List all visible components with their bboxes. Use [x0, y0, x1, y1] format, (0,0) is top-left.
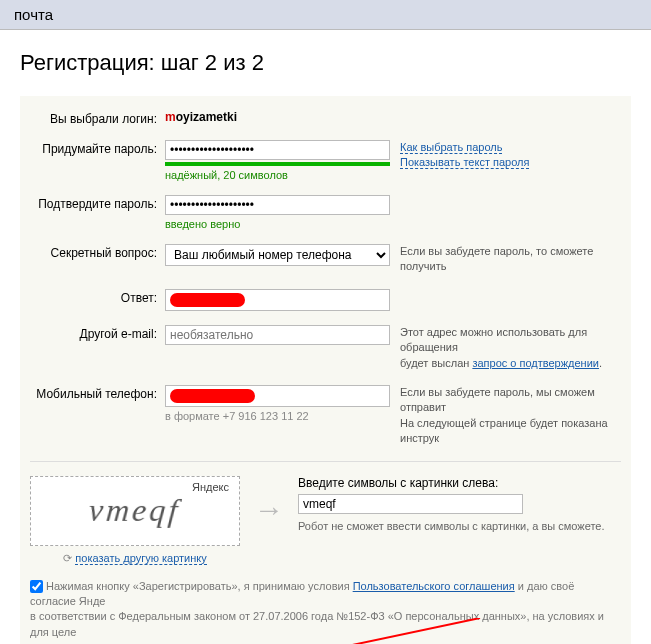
captcha-image: Яндекс vmeqf	[30, 476, 240, 546]
phone-hint: Если вы забудете пароль, мы сможем отпра…	[390, 385, 621, 447]
password-help-link[interactable]: Как выбрать пароль	[400, 141, 502, 154]
confirm-label: Подтвердите пароль:	[30, 195, 165, 211]
password-show-link[interactable]: Показывать текст пароля	[400, 156, 529, 169]
captcha-note: Робот не сможет ввести символы с картинк…	[298, 520, 621, 532]
confirmation-request-link[interactable]: запрос о подтверждении	[472, 357, 599, 369]
password-input[interactable]	[165, 140, 390, 160]
login-value: moyizametki	[165, 110, 390, 124]
email-input[interactable]	[165, 325, 390, 345]
confirm-status: введено верно	[165, 218, 390, 230]
agreement-checkbox[interactable]	[30, 580, 43, 593]
answer-redacted	[170, 293, 245, 307]
password-strength-bar	[165, 162, 390, 166]
captcha-refresh-link[interactable]: показать другую картинку	[75, 552, 206, 565]
tab-mail[interactable]: почта	[0, 0, 67, 29]
password-strength-text: надёжный, 20 символов	[165, 169, 390, 181]
arrow-icon: →	[254, 493, 284, 527]
email-label: Другой e-mail:	[30, 325, 165, 341]
password-label: Придумайте пароль:	[30, 140, 165, 156]
confirm-input[interactable]	[165, 195, 390, 215]
question-hint: Если вы забудете пароль, то сможете полу…	[390, 244, 621, 275]
agreement-text: Нажимая кнопку «Зарегистрировать», я при…	[30, 579, 621, 641]
registration-form: Вы выбрали логин: moyizametki Придумайте…	[20, 96, 631, 644]
phone-redacted	[170, 389, 255, 403]
agreement-link[interactable]: Пользовательского соглашения	[353, 580, 515, 592]
answer-label: Ответ:	[30, 289, 165, 305]
tab-bar: почта	[0, 0, 651, 30]
phone-format-hint: в формате +7 916 123 11 22	[165, 410, 390, 422]
phone-label: Мобильный телефон:	[30, 385, 165, 401]
login-label: Вы выбрали логин:	[30, 110, 165, 126]
captcha-input[interactable]	[298, 494, 523, 514]
refresh-icon: ⟳	[63, 552, 72, 564]
question-label: Секретный вопрос:	[30, 244, 165, 260]
page-title: Регистрация: шаг 2 из 2	[20, 50, 631, 76]
captcha-label: Введите символы с картинки слева:	[298, 476, 621, 490]
email-hint: Этот адрес можно использовать для обраще…	[390, 325, 621, 371]
question-select[interactable]: Ваш любимый номер телефона	[165, 244, 390, 266]
